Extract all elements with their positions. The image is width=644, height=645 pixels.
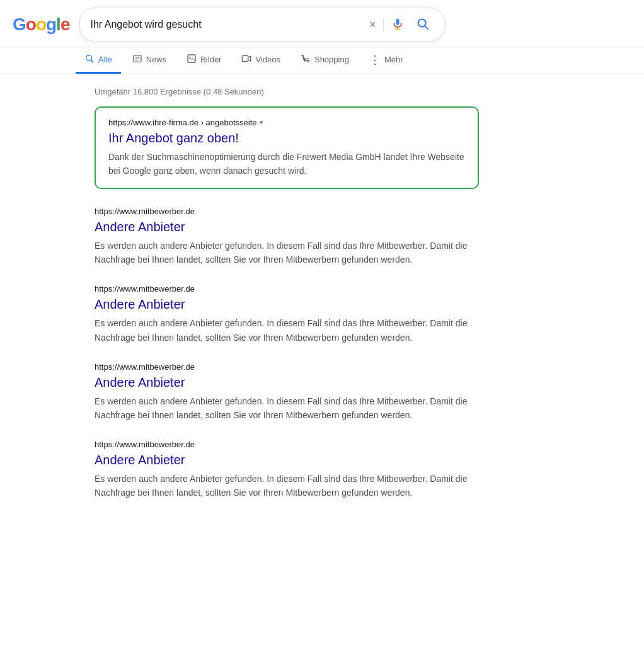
tab-shopping-icon xyxy=(301,54,311,66)
nav-tabs: Alle News Bilder xyxy=(0,47,644,74)
divider xyxy=(383,18,384,31)
results-area: Umgefähr 16.800 Ergebnisse (0,48 Sekunde… xyxy=(0,74,492,530)
tab-alle[interactable]: Alle xyxy=(76,47,121,74)
tab-shopping[interactable]: Shopping xyxy=(292,47,358,74)
search-input[interactable]: Ihr Angebot wird gesucht xyxy=(90,19,362,30)
tab-news-label: News xyxy=(146,55,167,64)
featured-url-text: https://www.ihre-firma.de › angebotsseit… xyxy=(108,118,257,127)
result-url-text-3: https://www.mitbewerber.de xyxy=(95,440,195,449)
tab-alle-label: Alle xyxy=(98,55,112,64)
mic-button[interactable] xyxy=(390,16,405,33)
result-desc-2: Es werden auch andere Anbieter gefunden.… xyxy=(95,394,479,422)
svg-rect-13 xyxy=(243,55,248,61)
mic-icon xyxy=(391,18,404,32)
result-title-1[interactable]: Andere Anbieter xyxy=(95,296,479,312)
tab-mehr[interactable]: ⋮ Mehr xyxy=(360,48,412,74)
header: Google Ihr Angebot wird gesucht × xyxy=(0,0,644,47)
search-bar-icons: × xyxy=(368,13,435,36)
clear-icon: × xyxy=(369,18,376,31)
search-bar: Ihr Angebot wird gesucht × xyxy=(79,8,445,42)
tab-news-icon xyxy=(132,54,142,66)
results-stats: Umgefähr 16.800 Ergebnisse (0,48 Sekunde… xyxy=(95,81,479,106)
svg-rect-0 xyxy=(396,18,400,25)
search-submit-button[interactable] xyxy=(411,13,434,36)
result-title-3[interactable]: Andere Anbieter xyxy=(95,452,479,468)
tab-mehr-icon: ⋮ xyxy=(369,54,381,66)
result-item-1: https://www.mitbewerber.de Andere Anbiet… xyxy=(95,284,479,344)
tab-videos[interactable]: Videos xyxy=(233,47,289,74)
tab-bilder-icon xyxy=(187,54,197,66)
tab-videos-label: Videos xyxy=(255,55,280,64)
svg-line-6 xyxy=(91,60,93,62)
result-title-0[interactable]: Andere Anbieter xyxy=(95,219,479,235)
featured-result: https://www.ihre-firma.de › angebotsseit… xyxy=(95,106,479,189)
tab-videos-icon xyxy=(241,54,251,66)
result-url-text-2: https://www.mitbewerber.de xyxy=(95,362,195,372)
tab-mehr-label: Mehr xyxy=(384,55,403,64)
result-url-0: https://www.mitbewerber.de xyxy=(95,207,479,216)
tab-shopping-label: Shopping xyxy=(314,55,349,64)
tab-alle-icon xyxy=(84,54,95,66)
google-logo: Google xyxy=(13,14,69,35)
result-url-text-1: https://www.mitbewerber.de xyxy=(95,284,195,294)
featured-url-arrow: ▾ xyxy=(260,118,263,127)
tab-news[interactable]: News xyxy=(124,47,176,74)
featured-result-title[interactable]: Ihr Angebot ganz oben! xyxy=(108,130,465,146)
featured-result-desc: Dank der Suchmaschinenoptimierung durch … xyxy=(108,150,465,178)
svg-point-14 xyxy=(308,60,309,62)
clear-button[interactable]: × xyxy=(368,17,377,33)
result-url-text-0: https://www.mitbewerber.de xyxy=(95,207,195,216)
result-title-2[interactable]: Andere Anbieter xyxy=(95,374,479,391)
search-submit-icon xyxy=(416,17,430,33)
tab-bilder[interactable]: Bilder xyxy=(178,47,230,74)
result-url-2: https://www.mitbewerber.de xyxy=(95,362,479,372)
result-item-0: https://www.mitbewerber.de Andere Anbiet… xyxy=(95,207,479,266)
result-item-2: https://www.mitbewerber.de Andere Anbiet… xyxy=(95,362,479,422)
result-desc-3: Es werden auch andere Anbieter gefunden.… xyxy=(95,472,479,499)
result-url-1: https://www.mitbewerber.de xyxy=(95,284,479,294)
result-item-3: https://www.mitbewerber.de Andere Anbiet… xyxy=(95,440,479,499)
result-desc-0: Es werden auch andere Anbieter gefunden.… xyxy=(95,239,479,266)
svg-line-4 xyxy=(425,26,428,29)
result-url-3: https://www.mitbewerber.de xyxy=(95,440,479,449)
result-desc-1: Es werden auch andere Anbieter gefunden.… xyxy=(95,316,479,344)
featured-result-url: https://www.ihre-firma.de › angebotsseit… xyxy=(108,118,465,127)
tab-bilder-label: Bilder xyxy=(200,55,221,64)
